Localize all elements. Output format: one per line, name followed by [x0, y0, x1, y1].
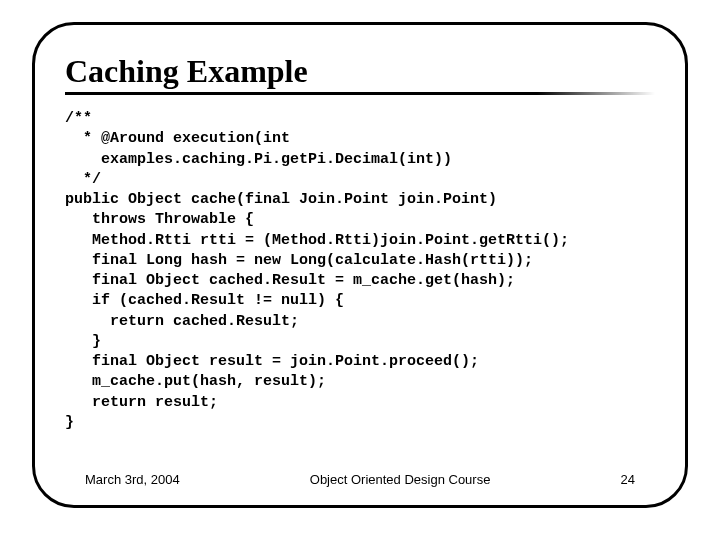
footer-course: Object Oriented Design Course	[180, 472, 621, 487]
slide-footer: March 3rd, 2004 Object Oriented Design C…	[65, 472, 655, 487]
slide-title: Caching Example	[65, 53, 655, 90]
title-underline	[65, 92, 655, 95]
slide-frame: Caching Example /** * @Around execution(…	[32, 22, 688, 508]
code-block: /** * @Around execution(int examples.cac…	[65, 109, 655, 466]
footer-date: March 3rd, 2004	[85, 472, 180, 487]
footer-page-number: 24	[621, 472, 635, 487]
